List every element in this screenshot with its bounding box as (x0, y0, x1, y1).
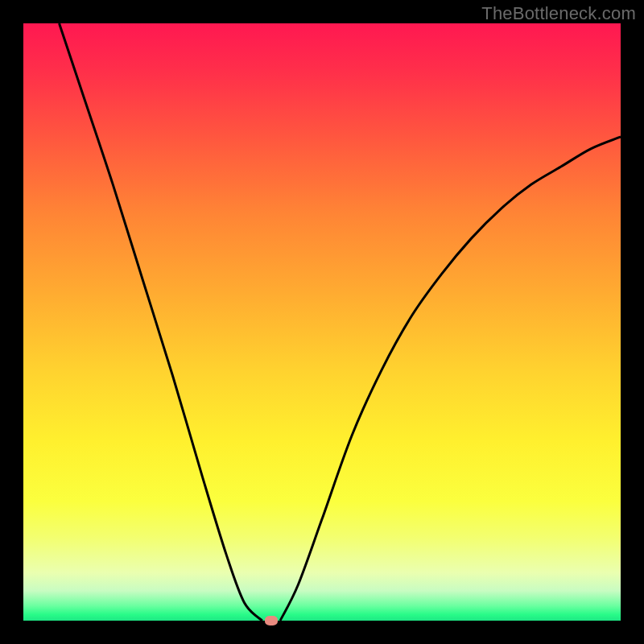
watermark-text: TheBottleneck.com (481, 3, 636, 24)
plot-area (23, 23, 621, 621)
chart-frame: TheBottleneck.com (0, 0, 644, 644)
curve-layer (23, 23, 621, 621)
minimum-marker (265, 616, 278, 625)
right-curve (280, 137, 621, 621)
left-curve (60, 23, 262, 621)
